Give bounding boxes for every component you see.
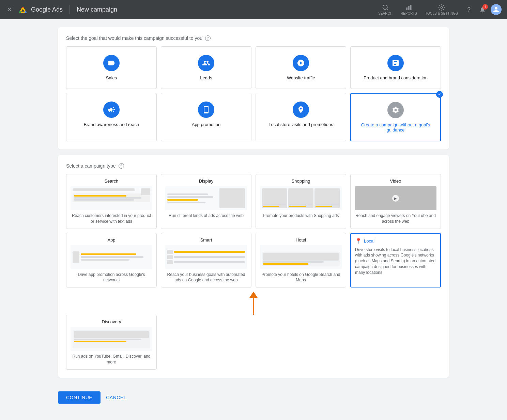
goal-card-no-guidance[interactable]: ✓ Create a campaign without a goal's gui…	[350, 93, 441, 141]
nav-divider	[70, 5, 70, 14]
sales-icon	[103, 55, 120, 71]
brand-awareness-label: Brand awareness and reach	[84, 122, 139, 127]
search-nav-button[interactable]: SEARCH	[375, 3, 395, 17]
goal-card-website-traffic[interactable]: Website traffic	[256, 46, 346, 89]
selected-check-badge: ✓	[436, 91, 443, 98]
app-type-desc: Drive app promotion across Google's netw…	[71, 272, 152, 283]
svg-point-9	[441, 6, 443, 8]
product-brand-label: Product and brand consideration	[364, 75, 428, 80]
campaign-card-local[interactable]: 📍 Local Drive store visits to local busi…	[350, 233, 441, 288]
app-promotion-icon	[198, 102, 214, 118]
local-store-label: Local store visits and promotions	[268, 122, 333, 127]
help-button[interactable]: ?	[463, 4, 474, 15]
discovery-type-desc: Run ads on YouTube, Gmail, Discover, and…	[71, 354, 152, 365]
no-guidance-label: Create a campaign without a goal's guida…	[356, 122, 435, 133]
campaign-card-display[interactable]: Display Run different kinds of ads acros…	[161, 174, 251, 229]
brand-awareness-icon	[103, 102, 120, 118]
hotel-type-desc: Promote your hotels on Google Search and…	[260, 272, 342, 283]
google-ads-logo-icon	[17, 4, 28, 15]
local-pin-icon: 📍	[355, 238, 362, 244]
campaign-card-video[interactable]: Video ▶ Reach and engage viewers on YouT…	[350, 174, 441, 229]
display-type-desc: Run different kinds of ads across the we…	[165, 213, 247, 219]
tools-settings-nav-button[interactable]: TOOLS & SETTINGS	[422, 3, 461, 17]
display-type-title: Display	[165, 178, 247, 184]
campaign-type-row-2: App Drive app promotion across Google's …	[66, 233, 441, 288]
goal-card-product-brand[interactable]: Product and brand consideration	[350, 46, 441, 89]
shopping-type-desc: Promote your products with Shopping ads	[260, 213, 342, 219]
goal-section: Select the goal that would make this cam…	[58, 27, 449, 150]
no-guidance-icon	[387, 102, 404, 118]
campaign-type-section-header: Select a campaign type ?	[66, 163, 441, 169]
search-preview	[71, 186, 152, 210]
app-preview	[71, 245, 152, 269]
smart-type-desc: Reach your business goals with automated…	[165, 272, 247, 283]
goal-section-header: Select the goal that would make this cam…	[66, 35, 441, 41]
user-avatar[interactable]	[491, 4, 502, 15]
cancel-button[interactable]: CANCEL	[106, 395, 126, 400]
notifications-button[interactable]: 1	[477, 4, 488, 15]
campaign-card-app[interactable]: App Drive app promotion across Google's …	[66, 233, 157, 288]
campaign-type-row-1: Search Reach customers interested in you…	[66, 174, 441, 229]
notification-badge: 1	[482, 4, 488, 10]
campaign-type-section: Select a campaign type ? Search	[58, 155, 449, 378]
svg-point-3	[25, 11, 27, 13]
reports-nav-button[interactable]: REPORTS	[398, 3, 420, 17]
app-type-title: App	[71, 237, 152, 243]
top-navigation: ✕ Google Ads New campaign SEARCH REPORTS	[0, 0, 507, 19]
nav-right-section: SEARCH REPORTS TOOLS & SETTINGS ? 1	[375, 3, 502, 17]
campaign-card-smart[interactable]: Smart	[161, 233, 251, 288]
goal-card-leads[interactable]: Leads	[161, 46, 251, 89]
local-type-desc: Drive store visits to local business loc…	[355, 247, 436, 276]
website-traffic-label: Website traffic	[287, 75, 315, 80]
smart-type-title: Smart	[165, 237, 247, 243]
svg-rect-8	[410, 5, 411, 10]
video-type-desc: Reach and engage viewers on YouTube and …	[355, 213, 436, 224]
main-content: Select the goal that would make this cam…	[0, 19, 507, 386]
goal-card-sales[interactable]: Sales	[66, 46, 157, 89]
svg-point-2	[19, 11, 21, 13]
discovery-preview	[71, 327, 152, 351]
campaign-type-title: Select a campaign type	[66, 163, 116, 169]
arrow-indicator	[249, 292, 258, 315]
svg-point-5	[383, 5, 387, 9]
goal-grid: Sales Leads Website traffic	[66, 46, 441, 141]
video-play-icon: ▶	[392, 195, 399, 202]
sales-label: Sales	[106, 75, 117, 80]
video-type-title: Video	[355, 178, 436, 184]
campaign-card-hotel[interactable]: Hotel Promote your hotels on Google Sear…	[256, 233, 346, 288]
goal-card-local-store[interactable]: Local store visits and promotions	[256, 93, 346, 141]
search-type-desc: Reach customers interested in your produ…	[71, 213, 152, 224]
svg-rect-7	[408, 6, 409, 10]
campaign-card-search[interactable]: Search Reach customers interested in you…	[66, 174, 157, 229]
campaign-card-shopping[interactable]: Shopping	[256, 174, 346, 229]
discovery-type-title: Discovery	[71, 319, 152, 324]
campaign-card-discovery[interactable]: Discovery Run ads on YouTube, Gmail, Dis…	[66, 315, 157, 370]
goal-help-icon[interactable]: ?	[205, 35, 211, 41]
svg-rect-6	[406, 7, 407, 10]
continue-button[interactable]: CONTINUE	[58, 391, 101, 404]
display-preview	[165, 186, 247, 210]
brand-name: Google Ads	[31, 6, 63, 13]
search-type-title: Search	[71, 178, 152, 184]
smart-preview	[165, 245, 247, 269]
hotel-preview	[260, 245, 342, 269]
shopping-type-title: Shopping	[260, 178, 342, 184]
local-store-icon	[293, 102, 309, 118]
leads-icon	[198, 55, 214, 71]
bottom-actions: CONTINUE CANCEL	[0, 386, 507, 409]
campaign-type-row-3: Discovery Run ads on YouTube, Gmail, Dis…	[66, 315, 441, 370]
local-type-title: Local	[364, 238, 374, 244]
logo: Google Ads	[17, 4, 63, 15]
product-brand-icon	[387, 55, 404, 71]
close-button[interactable]: ✕	[5, 4, 13, 15]
goal-card-brand-awareness[interactable]: Brand awareness and reach	[66, 93, 157, 141]
website-traffic-icon	[293, 55, 309, 71]
goal-card-app-promotion[interactable]: App promotion	[161, 93, 251, 141]
goal-section-title: Select the goal that would make this cam…	[66, 35, 202, 41]
page-title: New campaign	[77, 6, 117, 13]
hotel-type-title: Hotel	[260, 237, 342, 243]
shopping-preview	[260, 186, 342, 210]
campaign-type-help-icon[interactable]: ?	[119, 163, 124, 169]
svg-point-0	[17, 4, 28, 15]
leads-label: Leads	[200, 75, 212, 80]
